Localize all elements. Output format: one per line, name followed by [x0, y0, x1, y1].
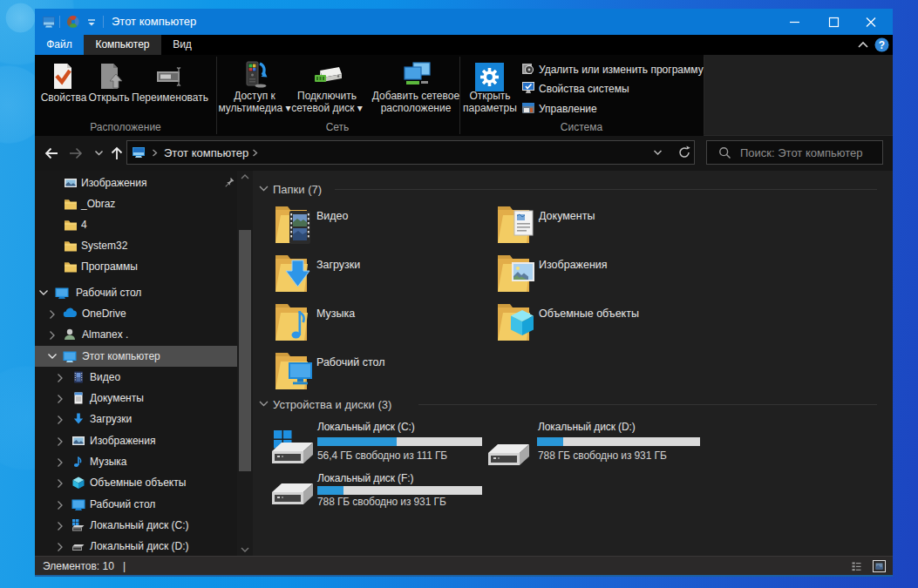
- svg-text:?: ?: [879, 39, 885, 51]
